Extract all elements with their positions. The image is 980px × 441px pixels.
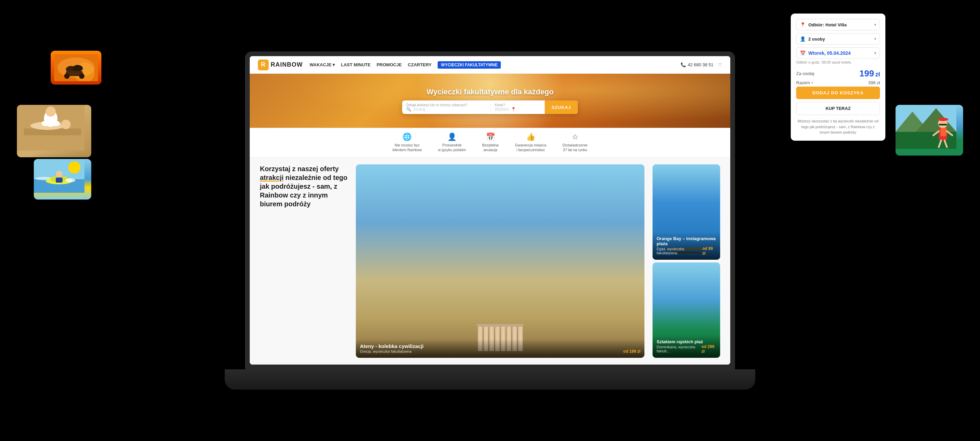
person-icon: 👤	[447, 133, 457, 141]
hero-section: Wycieczki fakultatywne dla każdego Dokąd…	[250, 74, 730, 128]
cards-right: Orange Bay – instagramowa plaża Egipt, w…	[652, 165, 720, 358]
heart-icon[interactable]: ♡	[718, 62, 722, 67]
persons-label: 2 osoby	[808, 37, 825, 42]
calendar-icon: 📅	[486, 133, 495, 141]
search-date-wrap: Kiedy? Wybierz 📍	[491, 103, 545, 112]
search-label-destination: Dokąd jedziesz lub co chcesz zobaczyć?	[406, 103, 486, 107]
feature-no-membership: 🌐 Nie musisz byćklientem Rainbow	[392, 133, 422, 153]
buy-now-button[interactable]: KUP TERAZ	[796, 102, 880, 115]
svg-point-7	[79, 74, 84, 79]
card-athens-sub: Grecja, wycieczka fakultatywna	[360, 349, 412, 353]
nav-promocje[interactable]: PROMOCJE	[377, 62, 401, 67]
svg-point-13	[46, 107, 56, 117]
pickup-chevron-icon: ▾	[874, 22, 876, 27]
date-value: Wtorek, 05.04.2024	[808, 50, 851, 56]
card-tropical[interactable]: Szlakiem rajskich plaż Dominikana, wycie…	[652, 262, 720, 358]
price-amount: 199	[859, 68, 874, 78]
pickup-label: Odbiór: Hotel Villa	[808, 22, 846, 27]
nav-right: 📞 42 680 38 51 ♡	[681, 62, 722, 67]
svg-point-14	[52, 121, 60, 126]
search-placeholder-date[interactable]: Wybierz	[495, 107, 509, 112]
feature-text-3: Gwarancja miejscai bezpieczeństwo	[515, 143, 546, 153]
nav-wycieczki[interactable]: WYCIECZKI FAKULTATYWNE	[438, 61, 501, 69]
card-tropical-sub: Dominikana, wycieczka faktult...	[657, 345, 702, 353]
svg-point-15	[41, 121, 50, 126]
laptop-frame: R RAINBOW WAKACJE ▾ LAST MINUTE	[245, 51, 735, 390]
promo-text-section: Korzystaj z naszej oferty atrakcji nieza…	[260, 165, 348, 358]
card-orange-bay-overlay: Orange Bay – instagramowa plaża Egipt, w…	[652, 232, 720, 260]
date-chevron-icon: ▾	[874, 51, 876, 56]
calendar-booking-icon: 📅	[800, 50, 806, 56]
location-pin-icon: 📍	[800, 22, 806, 27]
laptop-screen: R RAINBOW WAKACJE ▾ LAST MINUTE	[250, 56, 730, 364]
nav-last-minute[interactable]: LAST MINUTE	[341, 62, 371, 67]
logo-text: RAINBOW	[271, 61, 303, 68]
phone-number: 42 680 38 51	[688, 62, 713, 67]
svg-point-36	[937, 118, 948, 121]
star-icon: ☆	[572, 133, 579, 141]
logo[interactable]: R RAINBOW	[258, 59, 303, 70]
total-label: Razem	[796, 80, 810, 85]
date-selector[interactable]: 📅 Wtorek, 05.04.2024 ▾	[796, 47, 880, 59]
svg-point-24	[65, 178, 75, 182]
svg-rect-23	[56, 177, 62, 183]
card-tropical-overlay: Szlakiem rajskich plaż Dominikana, wycie…	[652, 335, 720, 358]
price-display: 199 zł	[859, 68, 880, 79]
logo-icon: R	[258, 59, 269, 70]
total-value: 398 zł	[868, 80, 880, 85]
card-athens[interactable]: Ateny - kolebka cywilizacji Grecja, wyci…	[356, 165, 644, 358]
phone-icon: 📞	[681, 62, 686, 67]
feature-experience: ☆ Doświadczenie37 lat na rynku	[563, 133, 588, 153]
phone-nav[interactable]: 📞 42 680 38 51	[681, 62, 713, 67]
promo-heading: Korzystaj z naszej oferty atrakcji nieza…	[260, 165, 348, 208]
card-orange-bay-sub: Egipt, wycieczka fakultatywna	[657, 247, 702, 255]
persons-chevron-icon: ▾	[874, 37, 876, 41]
card-orange-bay-title: Orange Bay – instagramowa plaża	[657, 236, 716, 246]
laptop-base	[225, 369, 755, 390]
cards-center: Ateny - kolebka cywilizacji Grecja, wyci…	[356, 165, 644, 358]
search-placeholder-destination[interactable]: Szukaj	[413, 107, 425, 112]
feature-guide: 👤 Przewodnikw języku polskim	[438, 133, 466, 153]
feature-cancellation: 📅 Bezpłatnaanulacja	[482, 133, 499, 153]
svg-rect-31	[940, 128, 947, 136]
nav-czartery[interactable]: CZARTERY	[408, 62, 431, 67]
feature-text-0: Nie musisz byćklientem Rainbow	[392, 143, 422, 153]
nav-wakacje[interactable]: WAKACJE ▾	[310, 62, 335, 67]
card-orange-bay-price: od 99 zł	[702, 246, 716, 256]
location-icon: 📍	[511, 107, 516, 112]
float-card-jetski	[34, 159, 91, 200]
svg-point-22	[56, 171, 62, 177]
search-bar: Dokąd jedziesz lub co chcesz zobaczyć? 🔍…	[402, 101, 578, 114]
search-icon: 🔍	[406, 107, 411, 112]
atv-scene	[51, 51, 101, 85]
globe-icon: 🌐	[402, 133, 412, 141]
svg-point-11	[61, 120, 71, 129]
pickup-selector[interactable]: 📍 Odbiór: Hotel Villa ▾	[796, 19, 880, 30]
search-destination-wrap: Dokąd jedziesz lub co chcesz zobaczyć? 🔍…	[402, 103, 491, 112]
svg-rect-37	[939, 124, 947, 125]
per-person-price-row: Za osobę 199 zł	[796, 68, 880, 79]
card-orange-bay[interactable]: Orange Bay – instagramowa plaża Egipt, w…	[652, 165, 720, 260]
float-card-hiker	[896, 105, 963, 155]
search-button[interactable]: SZUKAJ	[545, 101, 578, 114]
add-to-cart-button[interactable]: DODAJ DO KOSZYKA	[796, 86, 880, 99]
laptop-notch	[470, 52, 510, 56]
total-chevron-icon: ▾	[811, 81, 813, 85]
jet-scene	[34, 159, 91, 200]
website: R RAINBOW WAKACJE ▾ LAST MINUTE	[250, 56, 730, 364]
main-content: Korzystaj z naszej oferty atrakcji nieza…	[250, 158, 730, 364]
hiker-scene	[896, 105, 963, 155]
feature-guarantee: 👍 Gwarancja miejscai bezpieczeństwo	[515, 133, 546, 153]
feature-text-2: Bezpłatnaanulacja	[482, 143, 499, 153]
card-athens-title: Ateny - kolebka cywilizacji	[360, 343, 640, 349]
persons-selector[interactable]: 👤 2 osoby ▾	[796, 33, 880, 45]
booking-panel: 📍 Odbiór: Hotel Villa ▾ 👤 2 osoby ▾ 📅 Wt…	[791, 14, 885, 141]
logo-letter: R	[261, 61, 266, 68]
card-tropical-title: Szlakiem rajskich plaż	[657, 339, 716, 344]
total-row: Razem ▾ 398 zł	[796, 80, 880, 85]
feature-text-4: Doświadczenie37 lat na rynku	[563, 143, 588, 153]
features-bar: 🌐 Nie musisz byćklientem Rainbow 👤 Przew…	[250, 128, 730, 158]
card-athens-price: od 199 zł	[623, 349, 640, 354]
thumbsup-icon: 👍	[526, 133, 535, 141]
card-athens-overlay: Ateny - kolebka cywilizacji Grecja, wyci…	[356, 339, 644, 358]
